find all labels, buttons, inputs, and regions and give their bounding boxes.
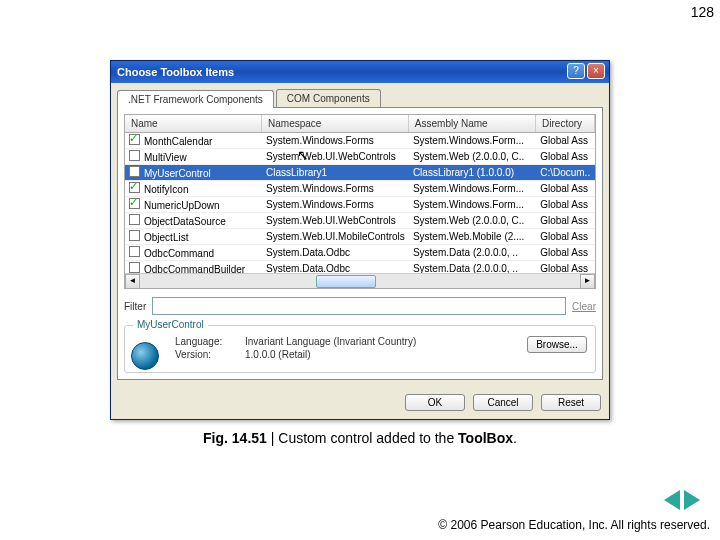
grid-header: Name Namespace Assembly Name Directory — [125, 115, 595, 133]
figure-caption: Fig. 14.51 | Custom control added to the… — [0, 430, 720, 446]
choose-toolbox-dialog: Choose Toolbox Items ? × .NET Framework … — [110, 60, 610, 420]
reset-button[interactable]: Reset — [541, 394, 601, 411]
table-row[interactable]: ObjectDataSourceSystem.Web.UI.WebControl… — [125, 213, 595, 229]
globe-icon — [131, 342, 159, 370]
cell: System.Windows.Forms — [262, 135, 409, 146]
cell: Global Ass — [536, 247, 595, 258]
cell-name: NotifyIcon — [144, 184, 188, 195]
info-groupbox: MyUserControl Browse... Language: Invari… — [124, 325, 596, 373]
dialog-buttons: OK Cancel Reset — [111, 386, 609, 419]
col-name[interactable]: Name — [125, 115, 262, 132]
table-row[interactable]: MultiViewSystem.Web.UI.WebControlsSystem… — [125, 149, 595, 165]
cell: System.Data.Odbc — [262, 263, 409, 273]
caption-mid: | Custom control added to the — [267, 430, 458, 446]
filter-input[interactable] — [152, 297, 566, 315]
copyright: © 2006 Pearson Education, Inc. All right… — [438, 518, 710, 532]
checkbox[interactable] — [129, 166, 140, 177]
nav-arrows — [664, 490, 700, 510]
cell-name: ObjectDataSource — [144, 216, 226, 227]
checkbox[interactable] — [129, 262, 140, 273]
checkbox[interactable] — [129, 246, 140, 257]
table-row[interactable]: ObjectListSystem.Web.UI.MobileControlsSy… — [125, 229, 595, 245]
cell: ClassLibrary1 (1.0.0.0) — [409, 167, 536, 178]
cell: System.Windows.Forms — [262, 199, 409, 210]
grid-body[interactable]: MonthCalendarSystem.Windows.FormsSystem.… — [125, 133, 595, 273]
cell-name: OdbcCommand — [144, 248, 214, 259]
cell: System.Web.UI.WebControls — [262, 215, 409, 226]
checkbox[interactable] — [129, 134, 140, 145]
col-namespace[interactable]: Namespace — [262, 115, 409, 132]
next-slide-icon[interactable] — [684, 490, 700, 510]
table-row[interactable]: MonthCalendarSystem.Windows.FormsSystem.… — [125, 133, 595, 149]
tab-panel: Name Namespace Assembly Name Directory M… — [117, 107, 603, 380]
checkbox[interactable] — [129, 182, 140, 193]
window-title: Choose Toolbox Items — [115, 66, 234, 78]
cell: Global Ass — [536, 151, 595, 162]
caption-bold: ToolBox — [458, 430, 513, 446]
tab-com-components[interactable]: COM Components — [276, 89, 381, 107]
cell: System.Data (2.0.0.0, .. — [409, 263, 536, 273]
prev-slide-icon[interactable] — [664, 490, 680, 510]
browse-button[interactable]: Browse... — [527, 336, 587, 353]
checkbox[interactable] — [129, 198, 140, 209]
figure-number: Fig. 14.51 — [203, 430, 267, 446]
cell: Global Ass — [536, 231, 595, 242]
cell: System.Web.UI.WebControls — [262, 151, 409, 162]
cell-name: MyUserControl — [144, 168, 211, 179]
cell: System.Web (2.0.0.0, C.. — [409, 215, 536, 226]
table-row[interactable]: OdbcCommandSystem.Data.OdbcSystem.Data (… — [125, 245, 595, 261]
cell: System.Windows.Form... — [409, 183, 536, 194]
cell: System.Windows.Form... — [409, 135, 536, 146]
clear-link[interactable]: Clear — [572, 301, 596, 312]
scroll-thumb[interactable] — [316, 275, 376, 288]
scroll-right-icon[interactable]: ► — [580, 274, 595, 289]
version-label: Version: — [175, 349, 245, 360]
cell: System.Web (2.0.0.0, C.. — [409, 151, 536, 162]
cell: Global Ass — [536, 199, 595, 210]
help-button[interactable]: ? — [567, 63, 585, 79]
cell-name: OdbcCommandBuilder — [144, 264, 245, 273]
tab-net-framework[interactable]: .NET Framework Components — [117, 90, 274, 108]
checkbox[interactable] — [129, 214, 140, 225]
group-legend: MyUserControl — [133, 319, 208, 330]
cell-name: MultiView — [144, 152, 187, 163]
cell-name: NumericUpDown — [144, 200, 220, 211]
table-row[interactable]: NumericUpDownSystem.Windows.FormsSystem.… — [125, 197, 595, 213]
cell: System.Windows.Forms — [262, 183, 409, 194]
cell: Global Ass — [536, 215, 595, 226]
caption-end: . — [513, 430, 517, 446]
page-number: 128 — [691, 4, 714, 20]
tab-strip: .NET Framework Components COM Components — [111, 83, 609, 107]
cell: Global Ass — [536, 183, 595, 194]
cell: System.Data (2.0.0.0, .. — [409, 247, 536, 258]
checkbox[interactable] — [129, 230, 140, 241]
cell: System.Web.UI.MobileControls — [262, 231, 409, 242]
filter-label: Filter — [124, 301, 146, 312]
checkbox[interactable] — [129, 150, 140, 161]
language-label: Language: — [175, 336, 245, 347]
col-directory[interactable]: Directory — [536, 115, 595, 132]
cell: System.Windows.Form... — [409, 199, 536, 210]
scroll-track[interactable] — [140, 274, 580, 288]
cell-name: ObjectList — [144, 232, 188, 243]
close-button[interactable]: × — [587, 63, 605, 79]
filter-row: Filter Clear — [124, 297, 596, 315]
table-row[interactable]: MyUserControlClassLibrary1ClassLibrary1 … — [125, 165, 595, 181]
scroll-left-icon[interactable]: ◄ — [125, 274, 140, 289]
component-grid: Name Namespace Assembly Name Directory M… — [124, 114, 596, 289]
titlebar[interactable]: Choose Toolbox Items ? × — [111, 61, 609, 83]
horizontal-scrollbar[interactable]: ◄ ► — [125, 273, 595, 288]
cell: C:\Docum.. — [536, 167, 595, 178]
cell: ClassLibrary1 — [262, 167, 409, 178]
cancel-button[interactable]: Cancel — [473, 394, 533, 411]
cell-name: MonthCalendar — [144, 136, 212, 147]
cell: Global Ass — [536, 135, 595, 146]
cell: System.Web.Mobile (2.... — [409, 231, 536, 242]
table-row[interactable]: OdbcCommandBuilderSystem.Data.OdbcSystem… — [125, 261, 595, 273]
table-row[interactable]: NotifyIconSystem.Windows.FormsSystem.Win… — [125, 181, 595, 197]
cell: System.Data.Odbc — [262, 247, 409, 258]
cell: Global Ass — [536, 263, 595, 273]
col-assembly[interactable]: Assembly Name — [409, 115, 536, 132]
ok-button[interactable]: OK — [405, 394, 465, 411]
